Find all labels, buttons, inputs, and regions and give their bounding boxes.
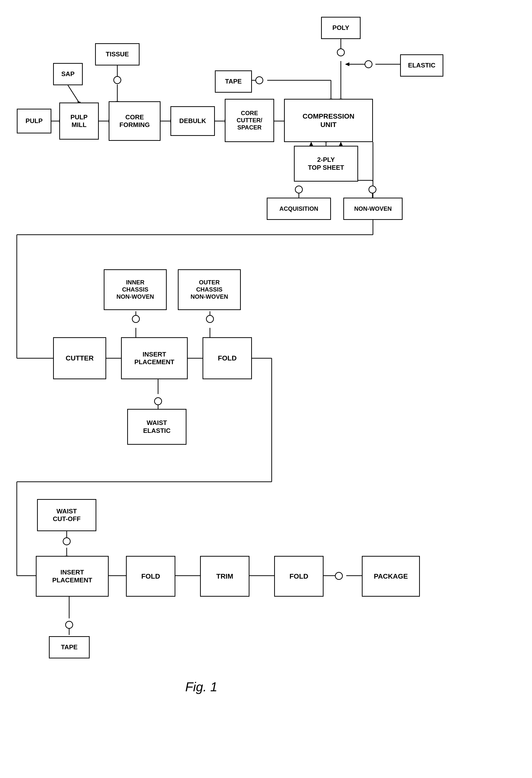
poly-circle <box>337 49 345 56</box>
waist-elastic-circle <box>154 397 162 405</box>
tape-circle <box>255 76 263 84</box>
tape2-box: TAPE <box>49 636 90 658</box>
cutter-box: CUTTER <box>53 337 106 379</box>
two-ply-top-sheet-box: 2-PLYTOP SHEET <box>294 146 358 181</box>
elastic-circle <box>365 60 372 68</box>
diagram-container: PULP PULPMILL COREFORMING DEBULK CORECUT… <box>0 0 532 778</box>
compression-unit-box: COMPRESSIONUNIT <box>284 99 373 142</box>
elastic-box: ELASTIC <box>400 54 443 77</box>
svg-marker-24 <box>345 63 349 66</box>
core-cutter-box: CORECUTTER/SPACER <box>225 99 274 142</box>
fold3-circle <box>335 572 343 580</box>
package-box: PACKAGE <box>362 556 420 597</box>
fig-label: Fig. 1 <box>185 680 217 694</box>
sap-box: SAP <box>53 63 83 85</box>
waist-elastic-box: WAISTELASTIC <box>127 409 186 445</box>
inner-chassis-box: INNERCHASSISNON-WOVEN <box>104 269 167 310</box>
tape-box: TAPE <box>215 70 252 93</box>
pulp-mill-box: PULPMILL <box>59 102 99 140</box>
svg-marker-41 <box>339 142 343 146</box>
trim-box: TRIM <box>200 556 250 597</box>
acquisition-circle <box>295 185 303 193</box>
debulk-box: DEBULK <box>170 106 215 136</box>
inner-chassis-circle <box>132 315 140 323</box>
tissue-circle <box>113 76 121 84</box>
outer-chassis-circle <box>206 315 214 323</box>
fold3-box: FOLD <box>274 556 324 597</box>
insert-placement2-box: INSERTPLACEMENT <box>36 556 109 597</box>
pulp-box: PULP <box>17 109 52 134</box>
fold1-box: FOLD <box>202 337 252 379</box>
svg-marker-36 <box>309 142 313 146</box>
poly-box: POLY <box>321 17 361 39</box>
svg-line-13 <box>68 85 79 102</box>
waist-cutoff-box: WAISTCUT-OFF <box>37 499 96 531</box>
core-forming-box: COREFORMING <box>109 101 161 141</box>
outer-chassis-box: OUTERCHASSISNON-WOVEN <box>178 269 241 310</box>
non-woven-box: NON-WOVEN <box>343 198 403 220</box>
fold2-box: FOLD <box>126 556 175 597</box>
acquisition-box: ACQUISITION <box>267 198 331 220</box>
tape2-circle <box>65 621 73 629</box>
non-woven-circle <box>368 185 376 193</box>
tissue-box: TISSUE <box>95 43 140 66</box>
waist-cutoff-circle <box>63 537 71 545</box>
insert-placement-box: INSERTPLACEMENT <box>121 337 188 379</box>
